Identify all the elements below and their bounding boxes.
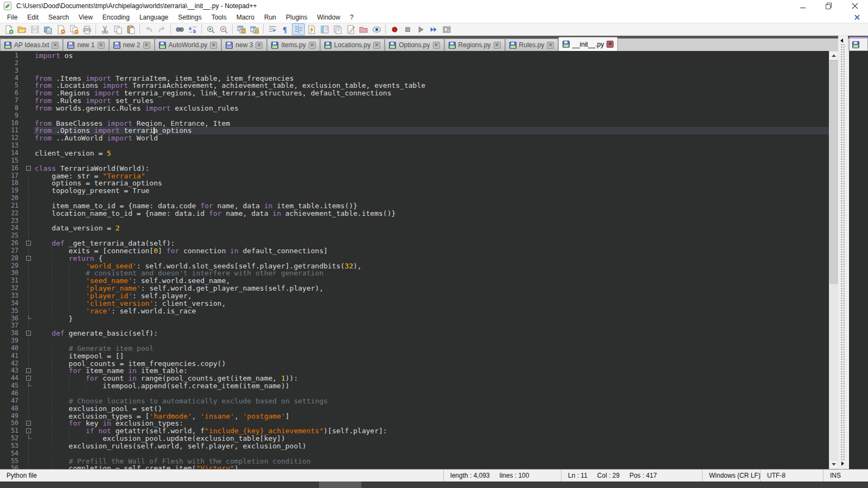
menu-run[interactable]: Run (259, 12, 281, 22)
tab-close-icon[interactable]: ✕ (309, 42, 316, 49)
document-list-button[interactable] (331, 23, 344, 35)
macro-record-button[interactable] (388, 23, 401, 35)
fold-marker[interactable]: - (24, 420, 34, 427)
show-indent-guide-icon (294, 25, 303, 34)
tab-close-icon[interactable]: ✕ (52, 42, 59, 49)
find-button[interactable] (173, 23, 186, 35)
menu-file[interactable]: File (2, 12, 22, 22)
zoom-out-button[interactable] (217, 23, 230, 35)
open-file-button[interactable] (15, 23, 28, 35)
tab-close-icon[interactable]: ✕ (256, 42, 263, 49)
close-document-icon[interactable] (853, 13, 861, 22)
macro-play-button[interactable] (414, 23, 427, 35)
menu-edit[interactable]: Edit (22, 12, 43, 22)
scroll-down-arrow[interactable] (829, 460, 838, 469)
save-button[interactable] (28, 23, 41, 35)
tab-close-icon[interactable]: ✕ (547, 42, 554, 49)
monitoring-button[interactable] (370, 23, 383, 35)
code-line: 8from worlds.generic.Rules import exclus… (0, 105, 829, 112)
scrollbar-thumb[interactable] (829, 60, 838, 284)
paste-button[interactable] (124, 23, 137, 35)
fold-marker[interactable]: - (24, 367, 34, 375)
code-line: 30 # consistent and doesn't interfere wi… (0, 269, 829, 277)
menu-encoding[interactable]: Encoding (98, 12, 135, 22)
fold-margin (24, 187, 34, 195)
fold-marker[interactable]: - (24, 240, 34, 247)
restore-button[interactable] (816, 0, 842, 12)
tab-options-py[interactable]: Options.py✕ (385, 38, 444, 51)
tab-close-icon[interactable]: ✕ (433, 42, 440, 49)
close-button[interactable] (842, 0, 868, 12)
second-view-tab[interactable] (849, 37, 868, 51)
replace-button[interactable]: ab (186, 23, 199, 35)
zoom-in-button[interactable] (204, 23, 217, 35)
splitter-collapse-right-icon[interactable] (841, 461, 844, 466)
tab-new-1[interactable]: new 1✕ (63, 38, 108, 51)
fold-margin (24, 150, 34, 157)
user-defined-language-button[interactable] (305, 23, 318, 35)
menu-language[interactable]: Language (135, 12, 173, 22)
save-all-button[interactable] (41, 23, 54, 35)
splitter-grip[interactable] (840, 43, 846, 460)
tab-close-icon[interactable]: ✕ (494, 42, 501, 49)
tab-locations-py[interactable]: Locations.py✕ (320, 38, 385, 51)
code-text (34, 322, 829, 330)
tab-new-2[interactable]: new 2✕ (109, 38, 155, 51)
menu-tools[interactable]: Tools (207, 12, 232, 22)
cut-button[interactable] (98, 23, 111, 35)
menu-plugins[interactable]: Plugins (281, 12, 312, 22)
tab-close-icon[interactable]: ✕ (143, 42, 150, 49)
folder-as-workspace-button[interactable] (357, 23, 370, 35)
menu-search[interactable]: Search (43, 12, 74, 22)
menu-window[interactable]: Window (312, 12, 345, 22)
status-insert-mode[interactable]: INS (824, 470, 868, 481)
copy-button[interactable] (111, 23, 124, 35)
undo-button[interactable] (142, 23, 155, 35)
fold-marker[interactable]: - (24, 165, 34, 172)
tab-close-icon[interactable]: ✕ (607, 41, 614, 48)
menu-macro[interactable]: Macro (232, 12, 259, 22)
tab-items-py[interactable]: Items.py✕ (267, 38, 320, 51)
tab-rules-py[interactable]: Rules.py✕ (505, 38, 559, 51)
close-all-button[interactable] (67, 23, 80, 35)
minimize-button[interactable] (790, 0, 816, 12)
macro-save-button[interactable] (440, 23, 453, 35)
second-view-editor[interactable] (848, 51, 868, 469)
vertical-scrollbar[interactable] (829, 51, 838, 469)
new-file-button[interactable] (2, 23, 15, 35)
tab-regions-py[interactable]: Regions.py✕ (444, 38, 505, 51)
tab-close-icon[interactable]: ✕ (98, 42, 105, 49)
tab-autoworld-py[interactable]: AutoWorld.py✕ (155, 38, 222, 51)
sync-scroll-horizontal-button[interactable] (248, 23, 261, 35)
redo-button[interactable] (155, 23, 168, 35)
sync-scroll-vertical-button[interactable] (235, 23, 248, 35)
tab-close-icon[interactable]: ✕ (210, 42, 217, 49)
tab-close-icon[interactable]: ✕ (373, 42, 380, 49)
fold-marker[interactable]: - (24, 330, 34, 337)
menu-help[interactable]: ? (345, 12, 359, 22)
scroll-up-arrow[interactable] (829, 51, 838, 60)
fold-marker[interactable]: - (24, 375, 34, 382)
show-indent-guide-button[interactable] (292, 23, 305, 35)
tab-init-py[interactable]: __init__.py✕ (558, 37, 618, 51)
show-all-characters-button[interactable]: ¶ (279, 23, 292, 35)
splitter-collapse-left-icon[interactable] (840, 38, 843, 43)
menu-view[interactable]: View (74, 12, 98, 22)
tab-ap-ideas-txt[interactable]: AP Ideas.txt✕ (0, 38, 63, 51)
edit-marker-button[interactable] (344, 23, 357, 35)
close-button[interactable] (54, 23, 67, 35)
word-wrap-button[interactable] (266, 23, 279, 35)
code-text: 'player_id': self.player, (34, 292, 829, 300)
fold-marker[interactable]: - (24, 255, 34, 262)
macro-run-multiple-button[interactable] (427, 23, 440, 35)
document-map-button[interactable] (318, 23, 331, 35)
view-splitter[interactable] (838, 36, 848, 469)
editor-surface[interactable]: 1import os234from .Items import Terraria… (0, 51, 829, 469)
macro-stop-button[interactable] (401, 23, 414, 35)
fold-marker[interactable]: - (24, 427, 34, 435)
menu-settings[interactable]: Settings (173, 12, 206, 22)
tab-new-3[interactable]: new 3✕ (221, 38, 267, 51)
code-line: 52 exclusion_pool.update(exclusion_table… (0, 435, 829, 442)
print-button[interactable] (80, 23, 93, 35)
line-number: 35 (0, 307, 24, 315)
